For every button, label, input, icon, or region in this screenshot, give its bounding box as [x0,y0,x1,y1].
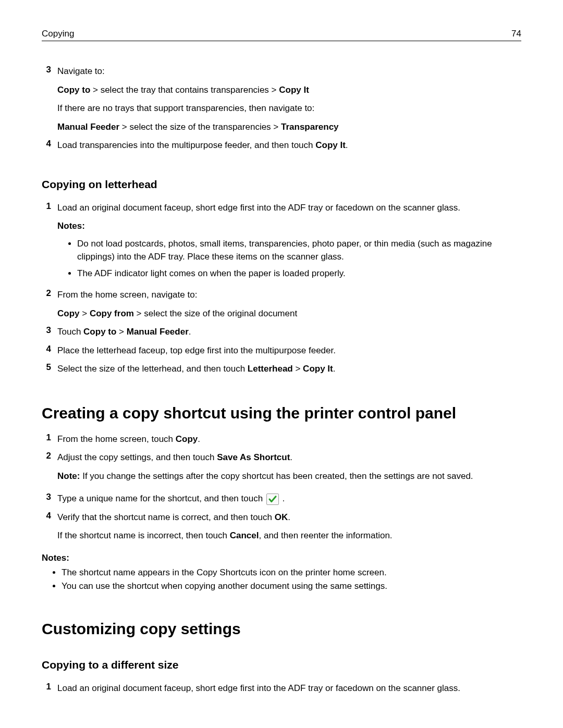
pre-steps: 3 Navigate to: Copy to > select the tray… [42,65,521,152]
step-text: Type a unique name for the shortcut, and… [57,492,521,505]
step-text: Place the letterhead faceup, top edge fi… [57,344,521,357]
header-section: Copying [42,29,74,39]
step-number: 4 [42,511,51,542]
diff-steps: 1 Load an original document faceup, shor… [42,682,521,695]
step-number: 3 [42,325,51,339]
step-text: Load transparencies into the multipurpos… [57,139,521,152]
step-text: Select the size of the letterhead, and t… [57,362,521,376]
step-text: If there are no trays that support trans… [57,102,521,115]
step-text: Verify that the shortcut name is correct… [57,511,521,524]
step-3: 3 Navigate to: Copy to > select the tray… [42,65,521,133]
step-3: 3 Type a unique name for the shortcut, a… [42,492,521,505]
step-4: 4 Load transparencies into the multipurp… [42,139,521,152]
step-number: 4 [42,344,51,357]
step-text-post: . [283,493,285,503]
step-number: 1 [42,433,51,446]
letterhead-steps: 1 Load an original document faceup, shor… [42,201,521,376]
step-number: 3 [42,492,51,505]
step-number: 2 [42,451,51,483]
step-text: Load an original document faceup, short … [57,682,521,695]
step-text: From the home screen, navigate to: [57,288,521,302]
step-2: 2 From the home screen, navigate to: Cop… [42,288,521,320]
heading-letterhead: Copying on letterhead [42,178,521,191]
step-4: 4 Verify that the shortcut name is corre… [42,511,521,542]
shortcut-steps: 1 From the home screen, touch Copy. 2 Ad… [42,433,521,542]
document-page: Copying 74 3 Navigate to: Copy to > sele… [0,0,563,728]
step-number: 1 [42,682,51,695]
note-label: Note: [57,471,80,481]
step-note: Note: If you change the settings after t… [57,470,521,483]
heading-customizing: Customizing copy settings [42,620,521,638]
note-item: Do not load postcards, photos, small ite… [77,237,521,264]
note-item: The ADF indicator light comes on when th… [77,267,521,280]
step-1: 1 Load an original document faceup, shor… [42,682,521,695]
step-number: 3 [42,65,51,133]
step-3: 3 Touch Copy to > Manual Feeder. [42,325,521,339]
step-text: From the home screen, touch Copy. [57,433,521,446]
step-text: Manual Feeder > select the size of the t… [57,120,521,134]
note-text: If you change the settings after the cop… [80,471,473,481]
header-page-number: 74 [511,29,521,39]
step-5: 5 Select the size of the letterhead, and… [42,362,521,376]
notes-label: Notes: [42,553,521,563]
step-1: 1 From the home screen, touch Copy. [42,433,521,446]
step-number: 4 [42,139,51,152]
note-item: You can use the shortcut when copying an… [62,581,521,591]
step-2: 2 Adjust the copy settings, and then tou… [42,451,521,483]
notes-label: Notes: [57,219,521,233]
step-text: Load an original document faceup, short … [57,201,521,215]
page-header: Copying 74 [42,29,521,41]
step-4: 4 Place the letterhead faceup, top edge … [42,344,521,357]
step-text-pre: Type a unique name for the shortcut, and… [57,493,265,503]
step-text: Adjust the copy settings, and then touch… [57,451,521,464]
shortcut-notes-list: The shortcut name appears in the Copy Sh… [42,567,521,591]
step-text: Copy > Copy from > select the size of th… [57,307,521,320]
notes-list: Do not load postcards, photos, small ite… [57,237,521,280]
step-text: If the shortcut name is incorrect, then … [57,529,521,542]
heading-diff-size: Copying to a different size [42,659,521,671]
heading-shortcut: Creating a copy shortcut using the print… [42,404,521,422]
step-text: Navigate to: [57,65,521,78]
step-text: Touch Copy to > Manual Feeder. [57,325,521,339]
step-1: 1 Load an original document faceup, shor… [42,201,521,283]
checkmark-icon [266,493,279,505]
step-number: 2 [42,288,51,320]
step-number: 1 [42,201,51,283]
note-item: The shortcut name appears in the Copy Sh… [62,567,521,578]
step-number: 5 [42,362,51,376]
step-text: Copy to > select the tray that contains … [57,83,521,97]
